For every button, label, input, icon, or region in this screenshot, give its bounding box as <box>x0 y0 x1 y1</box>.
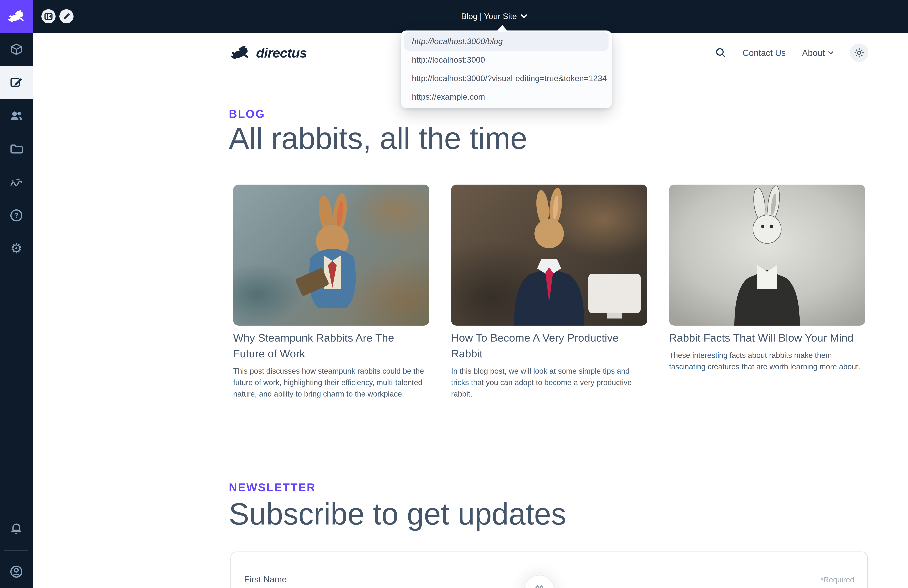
content-box-icon <box>10 42 23 56</box>
svg-text:?: ? <box>14 211 19 220</box>
insights-icon <box>9 175 23 189</box>
required-note: *Required <box>820 575 854 584</box>
post-title[interactable]: How To Become A Very Productive Rabbit <box>451 330 644 361</box>
account-circle-icon <box>9 565 23 579</box>
help-icon: ? <box>9 208 23 222</box>
newsletter-section-label: NEWSLETTER <box>229 481 316 494</box>
collapse-sidebar-button[interactable] <box>42 9 56 23</box>
newsletter-title: Subscribe to get updates <box>229 495 567 532</box>
blog-post-card[interactable]: Rabbit Facts That Will Blow Your Mind Th… <box>669 185 865 400</box>
sidebar-item-visual-editor[interactable] <box>0 66 33 99</box>
post-image-steampunk-rabbit[interactable] <box>233 185 429 326</box>
url-menu-item[interactable]: https://example.com <box>404 88 609 106</box>
url-switcher-menu: http://localhost:3000/blog http://localh… <box>401 31 612 108</box>
blog-section-label: BLOG <box>229 107 265 120</box>
directus-visual-editor-app: Blog | Your Site 1860 × 1020 100% <box>0 0 908 588</box>
menu-arrow <box>497 25 507 31</box>
post-title[interactable]: Why Steampunk Rabbits Are The Future of … <box>233 330 427 361</box>
site-nav: Contact Us About <box>715 43 868 62</box>
theme-toggle-button[interactable] <box>850 43 868 62</box>
folder-icon <box>9 142 23 156</box>
collapse-panel-icon <box>44 12 53 21</box>
pencil-icon <box>63 12 71 21</box>
gear-icon: ⚙ <box>10 242 23 255</box>
sidebar-divider <box>4 550 28 551</box>
business-rabbit-illustration <box>451 185 647 326</box>
search-button[interactable] <box>715 47 726 58</box>
sidebar-item-content[interactable] <box>0 33 33 66</box>
brand-wordmark: directus <box>256 45 307 61</box>
blog-post-card[interactable]: How To Become A Very Productive Rabbit I… <box>451 185 647 400</box>
url-menu-item[interactable]: http://localhost:3000/blog <box>404 32 609 51</box>
users-icon <box>9 109 23 123</box>
sidebar-item-files[interactable] <box>0 132 33 165</box>
sidebar-item-insights[interactable] <box>0 165 33 199</box>
post-description: In this blog post, we will look at some … <box>451 365 647 400</box>
directus-logo[interactable] <box>0 0 33 33</box>
rabbit-logo-icon <box>6 10 26 23</box>
notifications-button[interactable] <box>0 512 33 546</box>
module-sidebar: ? ⚙ <box>0 0 33 588</box>
sidebar-item-settings[interactable]: ⚙ <box>0 232 33 265</box>
site-container: directus Contact Us About <box>229 33 868 588</box>
first-name-label: First Name <box>244 574 287 584</box>
account-button[interactable] <box>0 555 33 588</box>
visual-editor-icon <box>10 76 23 89</box>
sidebar-item-users[interactable] <box>0 99 33 132</box>
steampunk-rabbit-illustration <box>233 185 429 326</box>
post-image-victorian-rabbit[interactable] <box>669 185 865 326</box>
blog-post-card[interactable]: Why Steampunk Rabbits Are The Future of … <box>233 185 429 400</box>
search-icon <box>715 47 726 58</box>
post-description: These interesting facts about rabbits ma… <box>669 350 865 373</box>
bell-icon <box>9 522 23 536</box>
sidebar-spacer <box>0 265 33 512</box>
url-menu-item[interactable]: http://localhost:3000/?visual-editing=tr… <box>404 69 609 88</box>
chevron-down-icon <box>828 51 834 55</box>
url-menu-item[interactable]: http://localhost:3000 <box>404 51 609 69</box>
site-brand-link[interactable]: directus <box>229 45 307 61</box>
directus-rabbit-icon <box>229 45 251 60</box>
nav-link-contact-us[interactable]: Contact Us <box>742 48 786 58</box>
post-description: This post discusses how steampunk rabbit… <box>233 365 429 400</box>
sidebar-item-help[interactable]: ? <box>0 199 33 232</box>
page-title: Blog | Your Site <box>461 11 517 21</box>
nav-label: About <box>802 48 825 58</box>
page-title-dropdown[interactable]: Blog | Your Site <box>461 0 527 33</box>
chevron-down-icon <box>521 14 527 19</box>
victorian-rabbit-illustration <box>669 185 865 326</box>
nav-label: Contact Us <box>742 48 786 58</box>
nav-link-about[interactable]: About <box>802 48 834 58</box>
blog-post-grid: Why Steampunk Rabbits Are The Future of … <box>233 185 865 400</box>
topbar: Blog | Your Site 1860 × 1020 100% <box>0 0 908 33</box>
post-image-business-rabbit[interactable] <box>451 185 647 326</box>
nuxt-mountains-icon <box>531 579 547 588</box>
post-title[interactable]: Rabbit Facts That Will Blow Your Mind <box>669 330 863 346</box>
site-preview: directus Contact Us About <box>33 33 908 588</box>
blog-title: All rabbits, all the time <box>229 120 527 157</box>
edit-mode-button[interactable] <box>60 9 74 23</box>
sun-icon <box>854 47 865 58</box>
